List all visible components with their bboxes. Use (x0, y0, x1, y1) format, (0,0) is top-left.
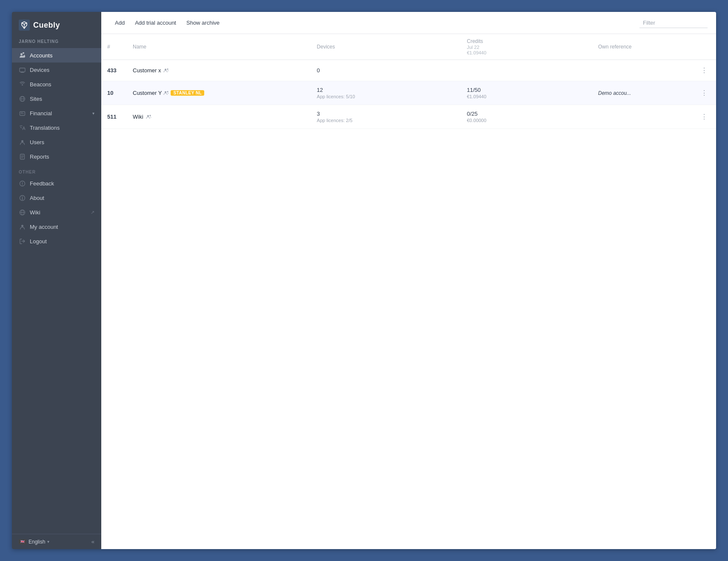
sites-icon (19, 95, 26, 102)
users-icon (19, 52, 26, 59)
row-devices: 0 (311, 60, 461, 81)
row-own-reference (592, 60, 692, 81)
sidebar-myaccount-label: My account (30, 224, 94, 230)
sidebar-item-wiki[interactable]: Wiki ↗ (12, 205, 101, 219)
sidebar-item-financial[interactable]: Financial ▾ (12, 106, 101, 120)
col-own-reference: Own reference (592, 34, 692, 60)
row-name: Customer Y STANLEY NL (127, 81, 311, 105)
reports-icon (19, 153, 26, 160)
sidebar-item-translations[interactable]: Translations (12, 120, 101, 135)
sidebar-item-my-account[interactable]: My account (12, 219, 101, 234)
col-name: Name (127, 34, 311, 60)
sidebar-item-devices[interactable]: Devices (12, 63, 101, 77)
col-hash: # (101, 34, 127, 60)
table-row: 511 Wiki (101, 105, 716, 129)
sidebar-item-feedback[interactable]: Feedback (12, 176, 101, 191)
accounts-table-wrapper: # Name Devices Credits Jul 22 €1.09440 O… (101, 34, 716, 549)
chevron-down-icon: ▾ (92, 111, 94, 116)
sidebar-item-reports[interactable]: Reports (12, 149, 101, 164)
sidebar: Cuebly JARNO HELTING Accounts (12, 12, 101, 549)
sidebar-collapse-button[interactable]: « (91, 538, 94, 545)
language-label: English (29, 539, 45, 545)
sidebar-reports-label: Reports (30, 154, 94, 160)
account-badge: STANLEY NL (171, 90, 204, 96)
financial-icon (19, 110, 26, 117)
sidebar-item-beacons[interactable]: Beacons (12, 77, 101, 91)
row-credits: 11/50 €1.09440 (461, 81, 592, 105)
devices-icon (19, 66, 26, 73)
add-trial-account-button[interactable]: Add trial account (130, 17, 181, 28)
users2-icon (19, 139, 26, 145)
row-devices: 3 App licences: 2/5 (311, 105, 461, 129)
sidebar-sites-label: Sites (30, 96, 94, 102)
svg-point-20 (149, 115, 151, 116)
svg-rect-1 (20, 68, 25, 72)
sidebar-item-sites[interactable]: Sites (12, 91, 101, 106)
sidebar-item-logout[interactable]: Logout (12, 234, 101, 248)
sidebar-accounts-label: Accounts (30, 52, 94, 59)
translations-icon (19, 124, 26, 131)
team-icon (163, 68, 169, 73)
wiki-icon (19, 209, 26, 216)
row-own-reference (592, 105, 692, 129)
sidebar-about-label: About (30, 195, 94, 201)
beacons-icon (19, 81, 26, 88)
row-actions: ⋮ (692, 81, 716, 105)
toolbar: Add Add trial account Show archive (101, 12, 716, 34)
row-actions: ⋮ (692, 105, 716, 129)
sidebar-logo: Cuebly (12, 12, 101, 37)
sidebar-users-label: Users (30, 139, 94, 145)
sidebar-item-about[interactable]: About (12, 191, 101, 205)
row-name: Customer x (127, 60, 311, 81)
row-id: 10 (101, 81, 127, 105)
svg-point-8 (21, 140, 23, 142)
sidebar-username: JARNO HELTING (12, 37, 101, 48)
add-button[interactable]: Add (110, 17, 130, 28)
sidebar-financial-label: Financial (30, 110, 88, 117)
feedback-icon (19, 180, 26, 187)
filter-input[interactable] (639, 18, 708, 28)
sidebar-wiki-label: Wiki (30, 209, 86, 216)
account-name: Customer Y (133, 90, 162, 96)
cuebly-logo-icon (19, 20, 30, 31)
row-devices: 12 App licences: 5/10 (311, 81, 461, 105)
row-credits: 0/25 €0.00000 (461, 105, 592, 129)
svg-point-19 (147, 115, 149, 117)
language-selector[interactable]: 🇬🇧 English ▾ (19, 539, 49, 545)
svg-point-4 (22, 84, 23, 85)
row-id: 433 (101, 60, 127, 81)
app-title: Cuebly (33, 21, 60, 30)
sidebar-translations-label: Translations (30, 125, 94, 131)
svg-point-15 (165, 69, 166, 71)
sidebar-logout-label: Logout (30, 238, 94, 245)
row-menu-button[interactable]: ⋮ (698, 112, 710, 122)
sidebar-feedback-label: Feedback (30, 180, 94, 187)
row-menu-button[interactable]: ⋮ (698, 88, 710, 98)
table-row: 10 Customer Y (101, 81, 716, 105)
team-icon (146, 114, 151, 120)
sidebar-item-users[interactable]: Users (12, 135, 101, 149)
row-actions: ⋮ (692, 60, 716, 81)
flag-icon: 🇬🇧 (19, 539, 26, 544)
account-name: Customer x (133, 67, 161, 74)
other-section-label: OTHER (12, 164, 101, 176)
col-credits: Credits Jul 22 €1.09440 (461, 34, 592, 60)
show-archive-button[interactable]: Show archive (181, 17, 225, 28)
lang-dropdown-icon: ▾ (47, 539, 49, 544)
row-menu-button[interactable]: ⋮ (698, 65, 710, 75)
about-icon (19, 194, 26, 201)
svg-point-17 (165, 91, 166, 93)
svg-point-14 (21, 225, 23, 227)
row-credits (461, 60, 592, 81)
account-icon (19, 223, 26, 230)
table-body: 433 Customer x (101, 60, 716, 129)
main-content: Add Add trial account Show archive # Nam… (101, 12, 716, 549)
logout-icon (19, 238, 26, 245)
sidebar-nav: Accounts Devices (12, 48, 101, 534)
svg-rect-2 (21, 72, 23, 72)
sidebar-footer: 🇬🇧 English ▾ « (12, 534, 101, 549)
team-icon (163, 90, 169, 96)
sidebar-item-accounts[interactable]: Accounts (12, 48, 101, 63)
app-wrapper: Cuebly JARNO HELTING Accounts (12, 12, 716, 549)
sidebar-beacons-label: Beacons (30, 81, 94, 88)
